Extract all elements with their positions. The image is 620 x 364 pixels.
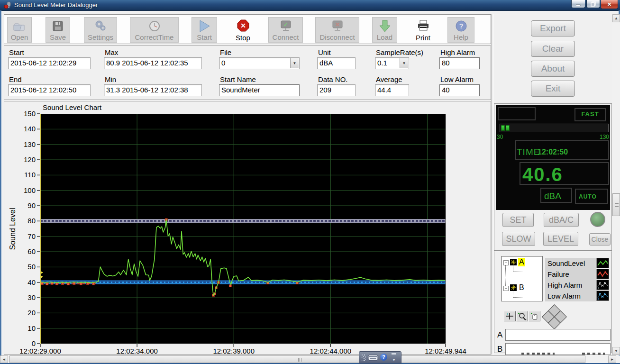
toolbar-button-label: Save	[46, 33, 70, 41]
drag-grip[interactable]	[361, 354, 366, 362]
crosshair-icon[interactable]: +	[504, 311, 516, 321]
help-button[interactable]: ?Help	[447, 17, 474, 43]
y-tick-label: 80	[27, 217, 36, 225]
load-button[interactable]: Load	[372, 17, 397, 43]
minimize-button[interactable]	[571, 0, 585, 8]
svg-text:✓: ✓	[283, 21, 288, 28]
app-window: Sound Level Meter Datalogger ✕ OpenSaveS…	[0, 0, 620, 364]
open-folder-icon	[8, 19, 31, 33]
meter-value: 40.6	[522, 164, 563, 185]
tree-node-label: A	[518, 258, 525, 266]
legend-item-high-alarm[interactable]: High Alarm	[545, 280, 596, 291]
status-led	[590, 212, 605, 227]
tree-branch-line	[513, 297, 522, 298]
titlebar[interactable]: Sound Level Meter Datalogger ✕	[0, 0, 620, 11]
zoom-icon[interactable]	[516, 311, 528, 321]
legend-item-failure[interactable]: Failure	[545, 269, 596, 280]
start-field[interactable]: 2015-06-12 12:02:29	[8, 57, 91, 69]
about-button[interactable]: About	[531, 61, 575, 77]
help-icon[interactable]: ?	[380, 354, 387, 361]
language-bar[interactable]: ? ▼	[359, 351, 401, 364]
thumb-grip	[298, 358, 299, 362]
legend-item-soundlevel[interactable]: SoundLevel	[545, 258, 596, 269]
axis-cursor-icon	[510, 284, 517, 291]
tree-branch-line	[513, 291, 514, 297]
legend-item-low-alarm[interactable]: Low Alarm	[545, 291, 596, 301]
min-field[interactable]: 31.3 2015-06-12 12:02:38	[104, 84, 202, 96]
connect-button[interactable]: ✓Connect	[268, 17, 303, 43]
legend: SoundLevelFailureHigh AlarmLow Alarm	[545, 258, 596, 301]
scroll-left-button[interactable]: ◄	[0, 355, 8, 363]
end-label: End	[9, 75, 22, 83]
meter-bar-min: 30	[497, 134, 503, 140]
dbac-button[interactable]: dBA/C	[544, 213, 579, 227]
cursor-a-field[interactable]	[505, 329, 611, 341]
svg-text:?: ?	[459, 22, 463, 30]
settings-button[interactable]: Settings	[84, 17, 117, 43]
vertical-scroll-thumb[interactable]	[612, 193, 620, 216]
samplerate-s-label: SampleRate(s)	[376, 48, 423, 56]
tree-expand-box[interactable]: −	[503, 286, 509, 291]
horizontal-scroll-thumb[interactable]	[9, 355, 585, 363]
y-tick-label: 20	[27, 309, 36, 317]
file-field[interactable]: 0▼	[219, 57, 300, 69]
meter-time-value: 12:02:50	[538, 148, 568, 156]
scroll-right-button[interactable]: ►	[608, 355, 616, 363]
toolbar-button-label: Connect	[269, 33, 302, 41]
svg-text:✕: ✕	[335, 21, 339, 28]
high-alarm-field[interactable]: 80	[439, 57, 480, 69]
max-label: Max	[105, 48, 118, 56]
diamond-pad[interactable]	[543, 306, 566, 328]
options-arrow-icon[interactable]: ▼	[392, 358, 396, 362]
save-button[interactable]: Save	[46, 17, 70, 43]
vertical-scrollbar[interactable]	[612, 14, 620, 355]
x-tick-label: 12:02:49.944	[425, 347, 466, 355]
combo-dropdown-arrow[interactable]: ▼	[400, 58, 408, 68]
start-label: Start	[9, 48, 24, 56]
x-tick-label: 12:02:34.000	[116, 347, 158, 355]
disconnect-button[interactable]: ✕Disconnect	[315, 17, 359, 43]
low-alarm-field[interactable]: 40	[439, 84, 480, 96]
print-button[interactable]: Print	[410, 17, 437, 43]
y-tick-label: 30	[27, 293, 36, 301]
close-icon: ✕	[601, 0, 618, 9]
minimize-icon[interactable]	[392, 353, 396, 355]
scroll-up-button[interactable]: ▲	[612, 14, 620, 22]
correcttime-button[interactable]: CorrectTime	[130, 17, 179, 43]
export-button[interactable]: Export	[531, 20, 575, 36]
unit-field[interactable]: dBA	[317, 57, 356, 69]
level-button[interactable]: LEVEL	[543, 232, 578, 246]
toolbar: OpenSaveSettingsCorrectTimeStart✕Stop✓Co…	[4, 14, 491, 44]
sound-level-chart[interactable]: 010203040506070809010011012013014015012:…	[0, 101, 493, 355]
average-field[interactable]: 44.4	[375, 84, 409, 96]
start-button[interactable]: Start	[191, 17, 217, 43]
stop-button[interactable]: ✕Stop	[231, 17, 255, 43]
restore-button[interactable]	[586, 0, 600, 8]
toolbar-button-label: Stop	[231, 34, 255, 42]
open-button[interactable]: Open	[7, 17, 32, 43]
plot-area[interactable]	[40, 114, 446, 344]
right-panel-divider	[494, 250, 612, 252]
max-field[interactable]: 80.9 2015-06-12 12:02:35	[104, 57, 202, 69]
combo-dropdown-arrow[interactable]: ▼	[290, 58, 299, 68]
set-button[interactable]: SET	[502, 213, 534, 227]
tree-expand-box[interactable]: −	[503, 260, 509, 265]
close-button[interactable]: ✕	[601, 0, 618, 9]
tree-node-b[interactable]: −B	[501, 284, 542, 293]
close-button[interactable]: Close	[589, 233, 611, 246]
data-no-field[interactable]: 209	[317, 84, 356, 96]
samplerate-s-field[interactable]: 0.1▼	[375, 57, 409, 69]
slow-button[interactable]: SLOW	[502, 232, 535, 246]
meter-display: FAST 30 130 TIME 12:02:50 40.6 dBA AUTO	[496, 105, 610, 210]
keyboard-icon[interactable]	[368, 354, 378, 363]
play-icon	[192, 19, 217, 33]
exit-button[interactable]: Exit	[531, 81, 575, 97]
pan-icon[interactable]	[529, 311, 540, 321]
end-field[interactable]: 2015-06-12 12:02:50	[8, 84, 91, 96]
svg-text:✕: ✕	[240, 22, 246, 29]
start-name-field[interactable]: SoundMeter	[219, 84, 300, 96]
clear-button[interactable]: Clear	[531, 41, 575, 57]
fields-panel: Start2015-06-12 12:02:29Max80.9 2015-06-…	[4, 46, 491, 100]
scroll-down-button[interactable]: ▼	[612, 347, 620, 355]
tree-node-a[interactable]: −A	[501, 258, 542, 268]
